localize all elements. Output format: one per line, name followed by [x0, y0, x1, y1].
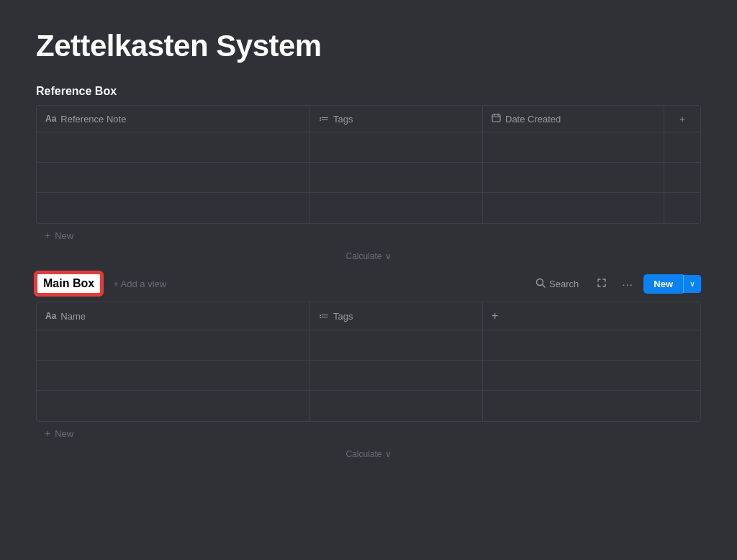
date-cell[interactable]: [483, 132, 664, 162]
search-btn[interactable]: Search: [528, 274, 586, 294]
date-created-header[interactable]: Date Created: [483, 106, 664, 132]
ref-note-cell[interactable]: [37, 193, 310, 223]
extra-cell: [483, 361, 700, 390]
tags-cell[interactable]: [310, 391, 483, 421]
date-created-label: Date Created: [505, 114, 561, 125]
date-cell[interactable]: [483, 193, 664, 223]
new-icon: +: [45, 428, 50, 439]
table-row: [37, 330, 700, 361]
table-row: [37, 193, 700, 223]
main-tags-icon: ≔: [319, 310, 329, 322]
main-box-table: Aa Name ≔ Tags +: [36, 302, 701, 422]
tags-cell[interactable]: [310, 361, 483, 390]
extra-cell: [664, 132, 700, 162]
expand-btn[interactable]: [592, 274, 612, 294]
main-tags-label: Tags: [333, 311, 353, 322]
svg-line-5: [543, 284, 546, 287]
name-header[interactable]: Aa Name: [37, 302, 310, 330]
new-btn-group: New ∨: [643, 274, 701, 294]
add-column-btn[interactable]: +: [664, 106, 700, 132]
tags-label: Tags: [333, 114, 353, 125]
new-label: New: [55, 428, 73, 439]
main-box-title[interactable]: Main Box: [36, 273, 101, 294]
reference-box-header: Aa Reference Note ≔ Tags: [37, 106, 700, 132]
new-icon: +: [45, 230, 50, 241]
extra-cell: [483, 330, 700, 360]
more-btn[interactable]: ···: [618, 274, 638, 294]
add-column-icon: +: [679, 114, 685, 125]
ref-note-icon: Aa: [45, 114, 56, 124]
table-row: [37, 132, 700, 163]
search-icon: [535, 278, 546, 290]
main-box-header-row: Main Box + Add a view Search: [36, 273, 701, 294]
reference-box-section: Reference Box Aa Reference Note ≔ Tags: [36, 85, 701, 266]
main-box-new-btn[interactable]: + New: [36, 422, 701, 445]
table-row: [37, 163, 700, 193]
add-view-btn[interactable]: + Add a view: [106, 276, 173, 292]
name-cell[interactable]: [37, 391, 310, 421]
more-icon: ···: [623, 278, 634, 290]
extra-cell: [483, 391, 700, 421]
calendar-icon: [492, 113, 501, 125]
new-label: New: [55, 230, 73, 241]
reference-box-new-btn[interactable]: + New: [36, 224, 701, 247]
tags-cell[interactable]: [310, 330, 483, 360]
ref-note-cell[interactable]: [37, 163, 310, 192]
ref-note-header[interactable]: Aa Reference Note: [37, 106, 310, 132]
svg-rect-0: [492, 114, 500, 122]
ref-note-label: Reference Note: [60, 114, 126, 125]
calculate-label: Calculate: [345, 251, 381, 261]
tags-header[interactable]: ≔ Tags: [310, 106, 483, 132]
tags-cell[interactable]: [310, 193, 483, 223]
main-add-column-btn[interactable]: +: [483, 302, 700, 330]
page-title: Zettelkasten System: [36, 29, 701, 63]
name-label: Name: [60, 311, 86, 322]
name-cell[interactable]: [37, 330, 310, 360]
calculate-label: Calculate: [345, 449, 381, 459]
new-dropdown-btn[interactable]: ∨: [683, 275, 701, 293]
main-box-toolbar: Search ··· New ∨: [528, 274, 701, 294]
main-tags-header[interactable]: ≔ Tags: [310, 302, 483, 330]
main-add-column-icon: +: [492, 310, 498, 322]
tags-cell[interactable]: [310, 163, 483, 192]
add-view-label: + Add a view: [113, 279, 166, 289]
new-main-btn[interactable]: New: [643, 274, 683, 294]
ref-note-cell[interactable]: [37, 132, 310, 162]
main-box-header: Aa Name ≔ Tags +: [37, 302, 700, 330]
reference-box-title: Reference Box: [36, 85, 701, 98]
calculate-chevron: ∨: [385, 449, 392, 459]
reference-box-table: Aa Reference Note ≔ Tags: [36, 105, 701, 224]
expand-icon: [597, 278, 607, 290]
tags-cell[interactable]: [310, 132, 483, 162]
new-dropdown-chevron: ∨: [689, 279, 695, 288]
calculate-chevron: ∨: [385, 251, 392, 261]
extra-cell: [664, 193, 700, 223]
tags-icon: ≔: [319, 113, 329, 125]
name-cell[interactable]: [37, 361, 310, 390]
search-label: Search: [549, 279, 579, 289]
reference-box-calculate-btn[interactable]: Calculate ∨: [36, 247, 701, 266]
date-cell[interactable]: [483, 163, 664, 192]
name-icon: Aa: [45, 311, 56, 321]
table-row: [37, 391, 700, 421]
main-box-section: Main Box + Add a view Search: [36, 273, 701, 464]
main-box-calculate-btn[interactable]: Calculate ∨: [36, 445, 701, 464]
extra-cell: [664, 163, 700, 192]
new-main-label: New: [654, 279, 673, 289]
table-row: [37, 361, 700, 391]
